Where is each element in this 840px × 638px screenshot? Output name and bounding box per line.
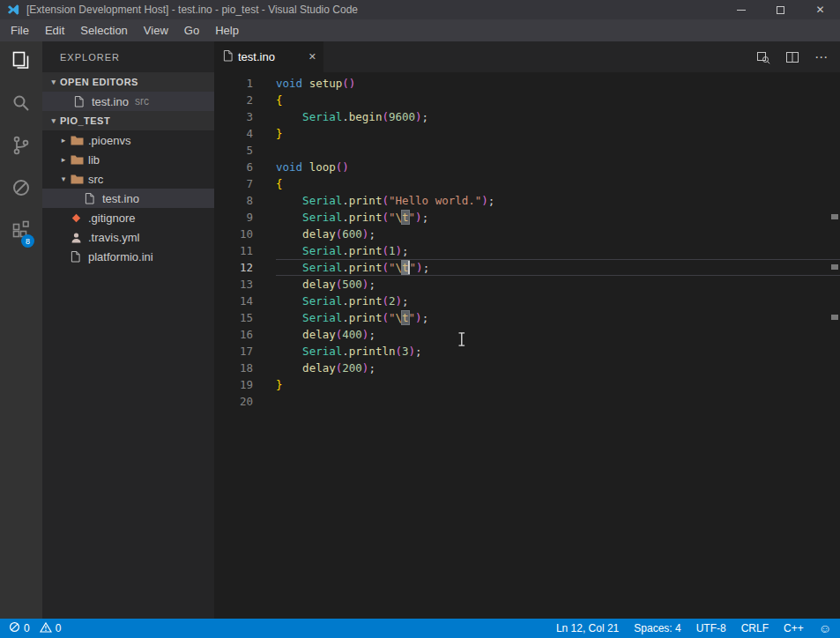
code-token: 400 xyxy=(342,328,362,341)
text-caret xyxy=(408,261,410,274)
line-content[interactable]: Serial.print("\t"); xyxy=(276,209,840,226)
activity-extensions[interactable]: 8 xyxy=(0,211,42,253)
open-editor-item[interactable]: test.inosrc xyxy=(42,92,214,111)
line-content[interactable]: { xyxy=(276,92,840,108)
line-content[interactable]: delay(500); xyxy=(276,276,840,293)
code-token: . xyxy=(342,311,349,324)
code-line-20[interactable]: 20 xyxy=(214,393,840,410)
code-line-4[interactable]: 4} xyxy=(214,125,840,142)
activity-debug[interactable] xyxy=(0,168,42,211)
code-token: " xyxy=(409,211,416,224)
code-line-3[interactable]: 3 Serial.begin(9600); xyxy=(214,108,840,125)
encoding-setting[interactable]: UTF-8 xyxy=(696,622,726,634)
more-actions-icon[interactable]: ⋯ xyxy=(814,49,829,65)
code-line-14[interactable]: 14 Serial.print(2); xyxy=(214,293,840,309)
code-token: ( xyxy=(382,311,389,324)
cursor-position[interactable]: Ln 12, Col 21 xyxy=(556,622,619,634)
code-line-11[interactable]: 11 Serial.print(1); xyxy=(214,242,840,259)
code-line-16[interactable]: 16 delay(400); xyxy=(214,326,840,343)
eol-setting[interactable]: CRLF xyxy=(741,622,769,634)
line-content[interactable]: Serial.print(2); xyxy=(276,293,840,309)
tree-item-lib[interactable]: ▸lib xyxy=(42,150,214,169)
line-content[interactable] xyxy=(276,142,840,159)
tree-item-test-ino[interactable]: test.ino xyxy=(42,189,214,208)
project-header[interactable]: ▾ PIO_TEST xyxy=(42,111,214,130)
line-content[interactable]: delay(200); xyxy=(276,360,840,376)
minimize-button[interactable] xyxy=(721,0,761,19)
tree-item--travis-yml[interactable]: .travis.yml xyxy=(42,227,214,247)
code-line-18[interactable]: 18 delay(200); xyxy=(214,360,840,376)
menu-item-edit[interactable]: Edit xyxy=(37,19,72,41)
code-token: print xyxy=(349,261,383,274)
problems-errors[interactable]: 0 xyxy=(9,621,30,635)
open-preview-icon[interactable] xyxy=(756,50,770,64)
line-content[interactable] xyxy=(276,393,840,410)
menu-item-go[interactable]: Go xyxy=(176,19,207,41)
activity-explorer[interactable] xyxy=(0,41,42,84)
line-content[interactable]: { xyxy=(276,175,840,192)
line-content[interactable]: Serial.println(3); xyxy=(276,343,840,360)
line-content[interactable]: delay(400); xyxy=(276,326,840,343)
activity-search[interactable] xyxy=(0,84,42,126)
code-token: ; xyxy=(368,361,375,375)
code-token: " xyxy=(389,261,396,274)
scrollbar[interactable] xyxy=(829,72,840,619)
close-button[interactable]: ✕ xyxy=(800,0,840,19)
split-editor-icon[interactable] xyxy=(785,50,799,64)
line-content[interactable]: Serial.print("Hello world."); xyxy=(276,192,840,209)
line-content[interactable]: Serial.print(1); xyxy=(276,242,840,259)
code-line-12[interactable]: 12 Serial.print("\t"); xyxy=(214,259,840,276)
files-icon xyxy=(10,49,33,76)
line-content[interactable]: Serial.print("\t"); xyxy=(276,309,840,326)
code-token: delay xyxy=(302,227,336,241)
activity-bar: 8 xyxy=(0,41,42,619)
code-token: delay xyxy=(302,328,336,341)
code-token: Serial xyxy=(302,110,342,123)
tree-item-platformio-ini[interactable]: platformio.ini xyxy=(42,247,214,266)
code-line-15[interactable]: 15 Serial.print("\t"); xyxy=(214,309,840,326)
code-line-10[interactable]: 10 delay(600); xyxy=(214,226,840,242)
line-content[interactable]: } xyxy=(276,376,840,393)
code-line-13[interactable]: 13 delay(500); xyxy=(214,276,840,293)
language-mode[interactable]: C++ xyxy=(784,622,804,634)
code-line-17[interactable]: 17 Serial.println(3); xyxy=(214,343,840,360)
code-token: ; xyxy=(422,311,429,324)
menu-item-selection[interactable]: Selection xyxy=(72,19,135,41)
code-line-5[interactable]: 5 xyxy=(214,142,840,159)
code-token: println xyxy=(349,345,396,358)
code-editor[interactable]: 1void setup()2{3 Serial.begin(9600);4}56… xyxy=(214,72,840,619)
line-content[interactable]: Serial.begin(9600); xyxy=(276,108,840,125)
folder-icon xyxy=(71,135,88,146)
tree-item--pioenvs[interactable]: ▸.pioenvs xyxy=(42,130,214,150)
problems-warnings[interactable]: 0 xyxy=(40,622,62,635)
tree-item--gitignore[interactable]: .gitignore xyxy=(42,208,214,227)
menu-item-file[interactable]: File xyxy=(3,19,37,41)
open-editors-header[interactable]: ▾ OPEN EDITORS xyxy=(42,72,214,92)
tab-test-ino[interactable]: test.ino ✕ xyxy=(214,41,323,72)
code-token: 1 xyxy=(389,244,396,257)
line-content[interactable]: delay(600); xyxy=(276,226,840,242)
menu-item-help[interactable]: Help xyxy=(207,19,247,41)
code-line-9[interactable]: 9 Serial.print("\t"); xyxy=(214,209,840,226)
code-token: delay xyxy=(302,361,336,375)
code-line-1[interactable]: 1void setup() xyxy=(214,75,840,92)
line-number: 18 xyxy=(214,360,276,376)
code-token: " xyxy=(410,261,417,274)
line-content[interactable]: void loop() xyxy=(276,159,840,175)
code-line-7[interactable]: 7{ xyxy=(214,175,840,192)
menu-item-view[interactable]: View xyxy=(136,19,176,41)
code-line-19[interactable]: 19} xyxy=(214,376,840,393)
activity-source-control[interactable] xyxy=(0,126,42,168)
line-content[interactable]: Serial.print("\t"); xyxy=(276,259,840,276)
code-line-2[interactable]: 2{ xyxy=(214,92,840,108)
line-content[interactable]: } xyxy=(276,125,840,142)
code-line-6[interactable]: 6void loop() xyxy=(214,159,840,175)
indentation-setting[interactable]: Spaces: 4 xyxy=(634,622,680,634)
feedback-smiley-icon[interactable]: ☺ xyxy=(819,622,831,634)
maximize-button[interactable] xyxy=(761,0,800,19)
close-tab-icon[interactable]: ✕ xyxy=(308,51,316,63)
line-content[interactable]: void setup() xyxy=(276,75,840,92)
tree-item-src[interactable]: ▾src xyxy=(42,169,214,189)
code-line-8[interactable]: 8 Serial.print("Hello world."); xyxy=(214,192,840,209)
code-token xyxy=(276,110,302,123)
